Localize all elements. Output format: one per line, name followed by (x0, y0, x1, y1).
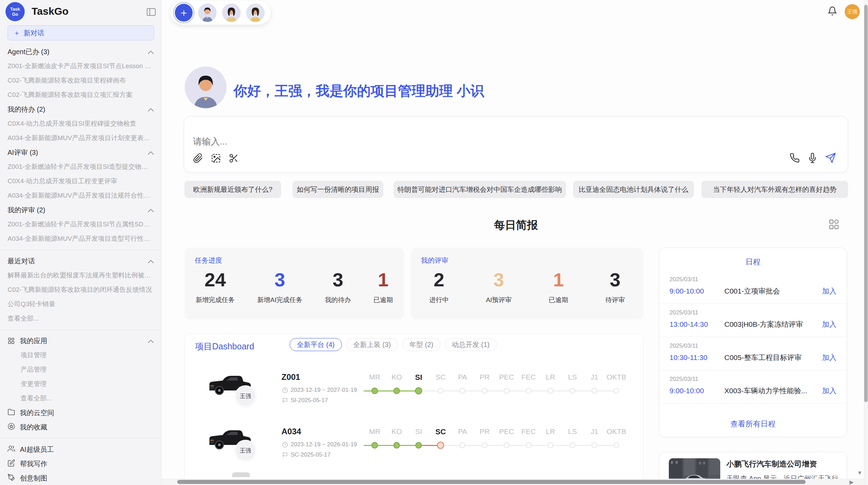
cloud-folder-icon (8, 408, 15, 418)
dashboard-tab[interactable]: 动总开发 (1) (445, 338, 497, 351)
milestone-dot (372, 442, 378, 449)
sidebar-section-2[interactable]: AI评审 (3) (0, 145, 161, 160)
join-meeting-link[interactable]: 加入 (822, 286, 836, 296)
ai-staff-icon (8, 445, 15, 454)
scroll-right-arrow[interactable]: ▶ (849, 479, 854, 485)
project-code[interactable]: A034 (281, 427, 301, 436)
chevron-up-icon[interactable] (148, 257, 154, 265)
briefing-layout-icon[interactable] (828, 219, 840, 232)
sidebar-task-item[interactable]: Z001-全新燃油皮卡产品开发项目SI节点Lesson Learn报告 (0, 59, 161, 73)
sidebar-item-label: 创意制图 (20, 474, 47, 483)
sidebar-item-star[interactable]: 我的收藏 (0, 420, 161, 434)
sidebar-section-0[interactable]: Agent已办 (3) (0, 45, 161, 59)
chevron-up-icon[interactable] (148, 206, 154, 214)
sidebar-tool-writing[interactable]: 帮我写作 (0, 457, 161, 471)
schedule-entry-row: 9:00-10:00C001-立项审批会加入 (670, 286, 836, 296)
chat-input[interactable] (193, 136, 673, 147)
scroll-down-arrow[interactable]: ▼ (857, 470, 863, 476)
project-date-range: 2023-12-19 ~ 2027-01-19 (282, 387, 357, 394)
stat-item: 2进行中 (429, 269, 449, 304)
new-chat-label: 新对话 (24, 28, 44, 38)
suggestion-chip[interactable]: 当下年轻人对汽车外观有怎样的喜好趋势 (701, 181, 848, 198)
notifications-bell-icon[interactable] (828, 6, 837, 17)
sidebar-divider (0, 329, 161, 330)
app-item[interactable]: 变更管理 (0, 377, 161, 391)
dashboard-tab[interactable]: 全新上装 (3) (346, 338, 398, 351)
schedule-meeting-title: C003|H0B-方案冻结评审 (724, 320, 822, 329)
voice-call-icon[interactable] (789, 153, 800, 164)
timeline-segment (572, 445, 594, 446)
recent-chat-item[interactable]: C02-飞腾新能源轻客改款项目的闭环通告反馈情况 (0, 283, 161, 297)
attachment-icon[interactable] (193, 153, 203, 165)
sidebar-section-recent[interactable]: 最近对话 (0, 254, 161, 268)
microphone-icon[interactable] (807, 153, 818, 164)
milestone-dot (592, 443, 598, 448)
my-review-card: 我的评审 2进行中3AI预评审1已逾期3待评审 (411, 248, 643, 320)
milestone-dot (415, 442, 422, 449)
chevron-up-icon[interactable] (148, 149, 154, 157)
sidebar-task-item[interactable]: A034-全新新能源MUV产品开发项目计划变更表编写 (0, 131, 161, 145)
project-code[interactable]: Z001 (281, 372, 300, 382)
chevron-up-icon[interactable] (148, 105, 154, 113)
sidebar-task-item[interactable]: A034-全新新能源MUV产品开发项目法规符合性评审 (0, 188, 161, 203)
app-item[interactable]: 项目管理 (0, 348, 161, 362)
scissors-icon[interactable] (229, 153, 239, 165)
schedule-time: 13:00-14:30 (670, 320, 724, 328)
sidebar-item-cloud-folder[interactable]: 我的云空间 (0, 406, 161, 420)
dashboard-tab[interactable]: 年型 (2) (402, 338, 441, 351)
dashboard-tab[interactable]: 全新平台 (4) (290, 338, 342, 351)
suggestion-chip[interactable]: 如何写一份清晰的项目周报 (292, 181, 383, 198)
sidebar-task-item[interactable]: Z001-全新燃油轻卡产品开发项目SI造型提交物评审 (0, 160, 161, 174)
app-item[interactable]: 查看全部... (0, 391, 161, 406)
sidebar-section-3[interactable]: 我的评审 (2) (0, 203, 161, 217)
sidebar-section-my-apps[interactable]: 我的应用 (0, 334, 161, 348)
join-meeting-link[interactable]: 加入 (822, 386, 836, 396)
flag-icon (282, 398, 288, 403)
schedule-time: 10:30-11:30 (670, 353, 724, 362)
session-avatar-1[interactable] (198, 3, 217, 22)
new-chat-button[interactable]: ＋ 新对话 (8, 25, 154, 40)
session-avatar-2[interactable] (222, 3, 241, 22)
sidebar-task-item[interactable]: C0X4-动力总成开发项目SI里程碑提交物检查 (0, 116, 161, 131)
vertical-scrollbar-thumb[interactable] (864, 5, 868, 402)
join-meeting-link[interactable]: 加入 (822, 353, 836, 362)
recent-chat-item[interactable]: 公司Q3轻卡销量 (0, 297, 161, 311)
milestone-dot (394, 442, 400, 449)
recent-view-all-link[interactable]: 查看全部... (0, 311, 161, 326)
join-meeting-link[interactable]: 加入 (822, 320, 836, 329)
schedule-entry-row: 9:00-10:00X003-车辆动力学性能验...加入 (670, 386, 836, 396)
sidebar-tool-ai-staff[interactable]: AI超级员工 (0, 442, 161, 457)
user-avatar[interactable]: 王强 (845, 4, 860, 19)
timeline-segment (485, 445, 507, 446)
suggestion-chip[interactable]: 比亚迪全固态电池计划具体说了什么 (573, 181, 694, 198)
sidebar-collapse-icon[interactable] (147, 8, 156, 17)
stat-label: 进行中 (429, 296, 449, 304)
app-item[interactable]: 产品管理 (0, 362, 161, 377)
sidebar-task-item[interactable]: C02-飞腾新能源轻客改款项目里程碑画布 (0, 73, 161, 88)
stat-item: 3新增AI完成任务 (257, 269, 302, 304)
send-icon[interactable] (825, 152, 836, 165)
project-owner-badge: 王强 (235, 385, 256, 407)
chevron-up-icon[interactable] (148, 337, 154, 345)
sidebar-task-item[interactable]: Z001-全新燃油轻卡产品开发项目SI节点属性5D文件评审 (0, 217, 161, 232)
screenshot-icon[interactable] (211, 153, 221, 165)
project-owner-badge: 王强 (235, 440, 256, 461)
stat-item: 3AI预评审 (486, 269, 511, 304)
suggestion-chip[interactable]: 欧洲新规最近颁布了什么? (184, 181, 281, 198)
sidebar-section-1[interactable]: 我的待办 (2) (0, 102, 161, 116)
horizontal-scrollbar-thumb[interactable] (177, 480, 806, 484)
milestone-label: OKTB (607, 427, 626, 436)
sidebar-tool-drawing[interactable]: 创意制图 (0, 471, 161, 485)
session-avatar-3[interactable] (246, 3, 265, 22)
sidebar-task-item[interactable]: C0X4-动力总成开发项目工程变更评审 (0, 174, 161, 188)
schedule-entry-row: 10:30-11:30C005-整车工程目标评审加入 (670, 353, 836, 362)
sidebar-task-item[interactable]: C02-飞腾新能源轻客改款项目立项汇报方案 (0, 88, 161, 102)
suggestion-chip[interactable]: 特朗普可能对进口汽车增税会对中国车企造成哪些影响 (394, 181, 566, 198)
new-session-button[interactable]: ＋ (175, 4, 193, 22)
view-all-schedule-link[interactable]: 查看所有日程 (659, 419, 847, 429)
sidebar-task-item[interactable]: A034-全新新能源MUV产品开发项目造型可行性评审 (0, 232, 161, 246)
timeline-segment (529, 390, 551, 391)
chevron-up-icon[interactable] (148, 48, 154, 56)
clock-icon (282, 442, 288, 448)
recent-chat-item[interactable]: 解释最新出台的欧盟报废车法规再生塑料比例被调至15%... (0, 268, 161, 283)
